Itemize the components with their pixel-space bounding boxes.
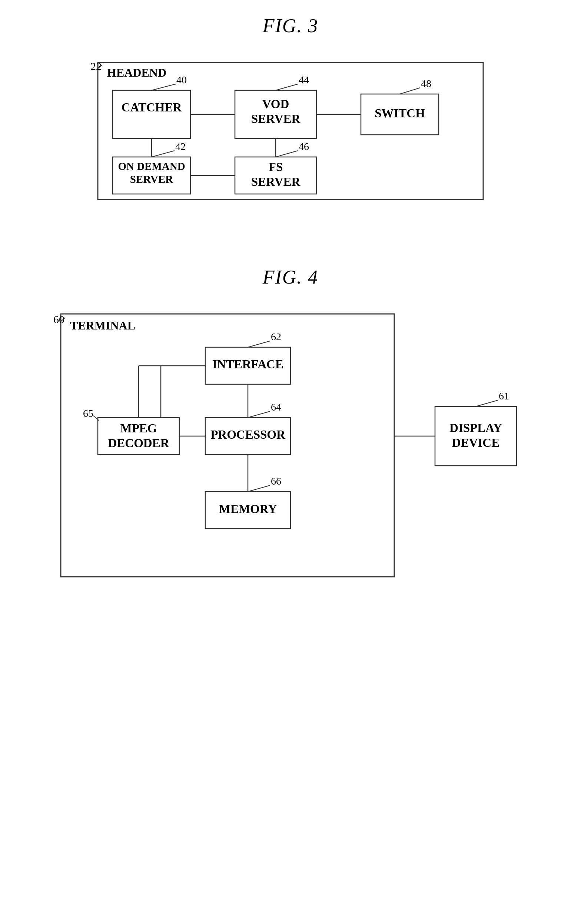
interface-ref: 62: [271, 331, 281, 342]
svg-rect-2: [113, 90, 190, 139]
display-label-1: DISPLAY: [449, 421, 502, 435]
vod-server-ref: 44: [299, 74, 309, 86]
fig3-title: FIG. 3: [263, 15, 319, 37]
catcher-ref: 40: [176, 74, 187, 86]
vod-server-label-1: VOD: [262, 97, 290, 111]
switch-ref: 48: [421, 78, 431, 89]
catcher-label: CATCHER: [121, 101, 182, 114]
interface-label: INTERFACE: [212, 358, 283, 371]
svg-line-5: [276, 84, 298, 90]
fig3-svg: 22 HEADEND 40 CATCHER 44 VOD SERVER 48 S…: [87, 51, 494, 207]
switch-label: SWITCH: [375, 107, 425, 120]
on-demand-label-2: SERVER: [130, 173, 174, 185]
svg-line-7: [400, 88, 420, 94]
on-demand-ref: 42: [175, 141, 185, 152]
fig4-title: FIG. 4: [263, 266, 319, 288]
vod-server-label-2: SERVER: [251, 112, 301, 125]
svg-line-22: [248, 411, 270, 417]
fig3-diagram: 22 HEADEND 40 CATCHER 44 VOD SERVER 48 S…: [31, 51, 550, 207]
mpeg-label-2: DECODER: [108, 436, 169, 450]
memory-label: MEMORY: [219, 502, 277, 516]
display-label-2: DEVICE: [452, 436, 500, 449]
headend-ref: 22: [90, 60, 101, 72]
page-content: FIG. 3 22 HEADEND 40 CATCHER 44 VOD SERV…: [31, 15, 550, 614]
fs-server-ref: 46: [299, 141, 309, 152]
memory-ref: 66: [271, 475, 281, 487]
svg-line-11: [276, 151, 298, 157]
processor-label: PROCESSOR: [210, 428, 286, 441]
svg-line-24: [248, 485, 270, 492]
display-ref: 61: [499, 390, 509, 402]
fig4-svg: 60 TERMINAL 62 INTERFACE 64 PROCESSOR 66…: [50, 303, 531, 584]
mpeg-ref: 65: [83, 408, 93, 419]
fs-server-label-1: FS: [269, 160, 283, 173]
mpeg-label-1: MPEG: [121, 422, 157, 435]
svg-line-37: [476, 400, 498, 406]
svg-line-3: [152, 84, 175, 90]
fig4-diagram: 60 TERMINAL 62 INTERFACE 64 PROCESSOR 66…: [31, 303, 550, 584]
svg-line-20: [248, 341, 270, 347]
terminal-label: TERMINAL: [70, 319, 135, 332]
svg-line-9: [152, 151, 174, 157]
headend-label: HEADEND: [107, 66, 166, 79]
fs-server-label-2: SERVER: [251, 175, 301, 188]
on-demand-label-1: ON DEMAND: [118, 160, 185, 172]
processor-ref: 64: [271, 401, 281, 413]
